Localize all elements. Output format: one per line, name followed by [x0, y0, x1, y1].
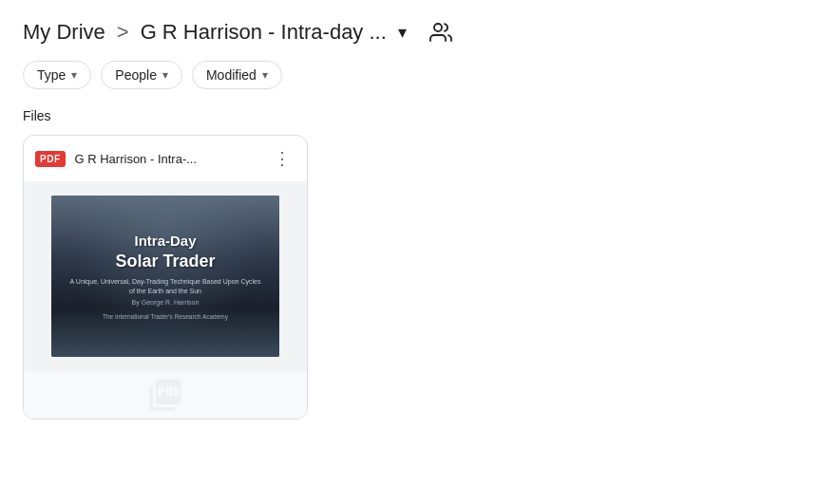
type-chevron-icon: ▾	[71, 68, 77, 82]
file-card-footer	[24, 371, 307, 419]
files-section-label: Files	[0, 104, 818, 135]
file-card-header: PDF G R Harrison - Intra-... ⋮	[24, 136, 307, 181]
chevron-down-icon: ▾	[398, 22, 407, 43]
folder-dropdown-button[interactable]: ▾	[394, 20, 410, 45]
file-name-label: G R Harrison - Intra-...	[75, 152, 260, 166]
more-options-icon: ⋮	[274, 148, 291, 169]
file-preview: Intra-Day Solar Trader A Unique, Univers…	[24, 181, 307, 371]
breadcrumb-separator: >	[117, 20, 129, 45]
filters-bar: Type ▾ People ▾ Modified ▾	[0, 57, 818, 104]
people-filter-label: People	[115, 67, 157, 83]
svg-point-0	[434, 24, 442, 31]
breadcrumb-bar: My Drive > G R Harrison - Intra-day ... …	[0, 0, 818, 57]
type-filter-label: Type	[37, 67, 66, 83]
more-options-button[interactable]: ⋮	[269, 145, 295, 172]
share-people-button[interactable]	[422, 17, 460, 47]
book-cover: Intra-Day Solar Trader A Unique, Univers…	[51, 196, 279, 357]
type-filter-button[interactable]: Type ▾	[23, 61, 91, 89]
my-drive-link[interactable]: My Drive	[23, 20, 105, 45]
pdf-badge: PDF	[35, 151, 66, 167]
book-subtitle: A Unique, Universal, Day-Trading Techniq…	[67, 277, 264, 296]
book-author: By George R. Harrison	[132, 299, 200, 306]
file-card[interactable]: PDF G R Harrison - Intra-... ⋮ Intra-Day…	[23, 135, 308, 420]
book-title-line2: Solar Trader	[115, 252, 215, 271]
book-publisher: The International Trader's Research Acad…	[103, 313, 228, 320]
folder-name-label: G R Harrison - Intra-day ...	[141, 20, 387, 45]
people-icon	[429, 21, 452, 44]
modified-chevron-icon: ▾	[262, 68, 268, 82]
files-grid: PDF G R Harrison - Intra-... ⋮ Intra-Day…	[0, 135, 818, 420]
pdf-watermark-icon	[146, 376, 184, 414]
modified-filter-button[interactable]: Modified ▾	[192, 61, 282, 89]
book-title-line1: Intra-Day	[134, 233, 196, 250]
modified-filter-label: Modified	[206, 67, 257, 83]
people-filter-button[interactable]: People ▾	[101, 61, 182, 89]
people-chevron-icon: ▾	[162, 68, 168, 82]
